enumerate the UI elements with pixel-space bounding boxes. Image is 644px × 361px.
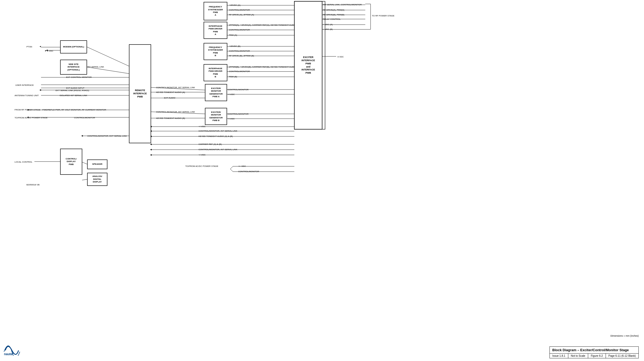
- svg-marker-118: [81, 135, 83, 137]
- bot-vdc2: +/-VDC: [199, 154, 205, 156]
- right-int-serial: INT SERIAL LINK, CONTROL/MONITOR: [323, 3, 362, 6]
- ext-control-monitor: EXT CONTROL MONITOR: [66, 76, 92, 78]
- svg-line-119: [82, 162, 87, 164]
- svg-line-19: [87, 47, 129, 66]
- interphase-a-box: INTERPHASEPWM DRIVERPWBA: [204, 22, 227, 39]
- ptsn-arrow: ◄: [39, 45, 41, 48]
- interphase-b-box: INTERPHASEPWM DRIVERPWBB: [204, 64, 227, 81]
- svg-marker-83: [364, 4, 366, 6]
- to-from-bottom: TO/FROM AC/DC POWER STAGE: [185, 165, 218, 167]
- right-rf-drive-b: RF DRIVE(B), PDM(B): [323, 14, 344, 16]
- control-monitor-left: CONTROL/MONITOR: [74, 117, 95, 119]
- to-rf-power-label: TO RF POWER STAGE: [372, 15, 394, 17]
- exc-a-ctrl-int: CONTROL/MONITOR, INT SERIAL LINK: [156, 86, 195, 89]
- remote-interface-box: REMOTEINTERFACEPWB: [129, 44, 151, 143]
- svg-line-121: [82, 179, 87, 180]
- speaker-box: SPEAKER: [87, 160, 107, 169]
- right-vdc-b: + VDC (B): [323, 28, 333, 30]
- exc-b-ctrl-int: CONTROL/MONITOR, INT SERIAL LINK: [156, 111, 195, 113]
- exciter-a-box: EXCITER/MONITORGENERATORPWB A: [205, 84, 227, 101]
- modem-box: MODEM (OPTIONAL): [60, 41, 87, 53]
- svg-marker-129: [232, 171, 234, 172]
- to-from-ac-label: TO/FROM AC/DC POWER STAGE: [15, 117, 48, 119]
- bot-ctrl-int2: CONTROL/MONITOR, INT SERIAL LINK: [199, 148, 237, 151]
- svg-marker-93: [364, 29, 366, 30]
- antenna-tuning: ANTENNA TUNING UNIT: [15, 94, 39, 97]
- freq-b-vdc: +15VDC (B): [229, 45, 240, 47]
- svg-marker-91: [364, 24, 366, 25]
- int-serial-link-label: INT SERIAL LINK: [87, 66, 104, 68]
- int-a-ctrl: CONTROL/MONITOR: [229, 29, 250, 31]
- analog-display-box: ANALOG/DIGITALDISPLAY: [87, 173, 107, 186]
- from-rf-label: FROM RF POWER STAGE: [15, 109, 40, 111]
- bot-carrier: CARRIER REF (A) & (B): [199, 143, 222, 145]
- svg-marker-31: [39, 89, 41, 91]
- right-vdc-a: + VDC (A): [323, 23, 333, 26]
- exc-a-vdc: +/-VDC: [228, 93, 235, 96]
- exciter-b-box: EXCITER/MONITORGENERATORPWB B: [205, 108, 227, 125]
- svg-marker-89: [364, 18, 366, 20]
- control-monitor-ext: CONTROL/MONITOR, EXT SERIAL LINK: [87, 135, 127, 137]
- svg-marker-130: [294, 171, 295, 172]
- bot-vdc-bottom: +/- VDC: [238, 165, 246, 167]
- svg-marker-126: [232, 166, 234, 167]
- exciter-interface-box: EXCITERINTERFACEPWBandINTERFACEPWB: [294, 1, 322, 129]
- freq-synth-a-box: FREQUENCYSYNTHESIZERPWBA: [204, 2, 227, 20]
- ext-serial-link: EXT SERIAL LINK (RS232, RS422): [56, 89, 89, 92]
- bot-ctrl-bottom: CONTROL/MONITOR: [238, 170, 259, 173]
- footer-title: Block Diagram – Exciter/Control/Monitor …: [550, 347, 638, 354]
- ndb-site-box: NDB SITEINTERFACE(OPTIONAL): [60, 60, 87, 74]
- footer-issue: Issue 1.8.1: [550, 354, 568, 358]
- bot-ctrl-int: CONTROL/MONITOR, INT SERIAL LINK: [199, 130, 237, 132]
- ext-audio-input: EXT AUDIO INPUT: [66, 87, 84, 89]
- ptsn-label: PTSN: [26, 46, 32, 48]
- right-relay: RELAY CONTROL: [323, 18, 341, 20]
- exc-a-extaudio: EXT AUDIO: [164, 97, 175, 99]
- svg-marker-103: [294, 130, 295, 132]
- doc-ref-label: B2050018 VB: [26, 184, 39, 186]
- freq-a-rf: RF DRIVE (A), 2FPDM (A): [229, 14, 254, 16]
- nine-vdc-arrow: ►: [45, 50, 47, 52]
- freq-synth-b-box: FREQUENCYSYNTHESIZERPWBB: [204, 43, 227, 60]
- svg-marker-112: [294, 149, 295, 150]
- svg-marker-87: [364, 14, 366, 16]
- svg-marker-106: [294, 136, 295, 137]
- svg-marker-109: [294, 144, 295, 145]
- exc-b-vdc: +/-VDC: [228, 118, 235, 120]
- svg-text:nautel: nautel: [4, 352, 13, 356]
- svg-marker-114: [150, 154, 152, 156]
- exc-b-cm: CONTROL/MONITOR: [228, 113, 249, 115]
- footer-table: Block Diagram – Exciter/Control/Monitor …: [550, 346, 639, 358]
- svg-marker-115: [294, 154, 295, 156]
- exc-a-keyed: KEYED TONE/EXT AUDIO (A): [156, 91, 185, 93]
- int-b-pdm: PDM (B): [229, 75, 237, 78]
- exc-b-keyed: KEYED TONE/EXT AUDIO (B): [156, 117, 185, 119]
- footer-not-to-scale: Not to Scale: [568, 354, 588, 358]
- local-control-label: LOCAL CONTROL: [15, 161, 32, 163]
- svg-marker-127: [294, 166, 295, 167]
- nine-vdc-right: 9 VDC: [337, 56, 344, 58]
- freq-a-ctrl: CONTROL/MONITOR: [229, 9, 250, 11]
- freq-b-rf: RF DRIVE (B), 2FPDM (B): [229, 55, 254, 57]
- svg-marker-111: [150, 149, 152, 150]
- bot-keyed-ab: KEYED TONE/EXT AUDIO (A) & (B): [199, 135, 233, 137]
- int-b-ctrl: CONTROL/MONITOR: [229, 70, 250, 73]
- freq-a-vdc: +15VDC (A): [229, 4, 240, 6]
- freq-b-ctrl: CONTROL/MONITOR: [229, 50, 250, 52]
- logo-area: nautel: [3, 337, 24, 358]
- control-display-box: CONTROL/DISPLAYPWB: [60, 149, 82, 175]
- bot-vdc1: +/-VDC: [199, 125, 205, 128]
- int-a-2fpdm: 2FPDM(A), +15VDC(A), CARRIER REF(A), KEY…: [229, 24, 299, 26]
- int-b-2fpdm: 2FPDM(B), +15VDC(B), CARRIER REF(B), KEY…: [229, 66, 299, 68]
- nine-vdc-label: 9 VDC: [47, 50, 53, 52]
- svg-marker-108: [150, 144, 152, 145]
- isolated-int: ISOLATED INT SERIAL LINK: [60, 94, 87, 97]
- exc-a-cm: CONTROL/MONITOR: [228, 88, 249, 91]
- user-interface-label: USER INTERFACE: [15, 84, 34, 86]
- svg-marker-85: [364, 9, 366, 11]
- right-rf-drive-a: RF DRIVE(A), PDM(A): [323, 9, 344, 11]
- dimensions-label: Dimensions = mm (inches): [610, 335, 639, 337]
- fwd-refld-label: FWD/REFLD PWR, RF VOLT MONITOR, RF CURRE…: [42, 109, 106, 111]
- int-a-pdm: PDM (A): [229, 34, 237, 36]
- footer-page: Page 6-11 (6-12 Blank): [606, 354, 638, 358]
